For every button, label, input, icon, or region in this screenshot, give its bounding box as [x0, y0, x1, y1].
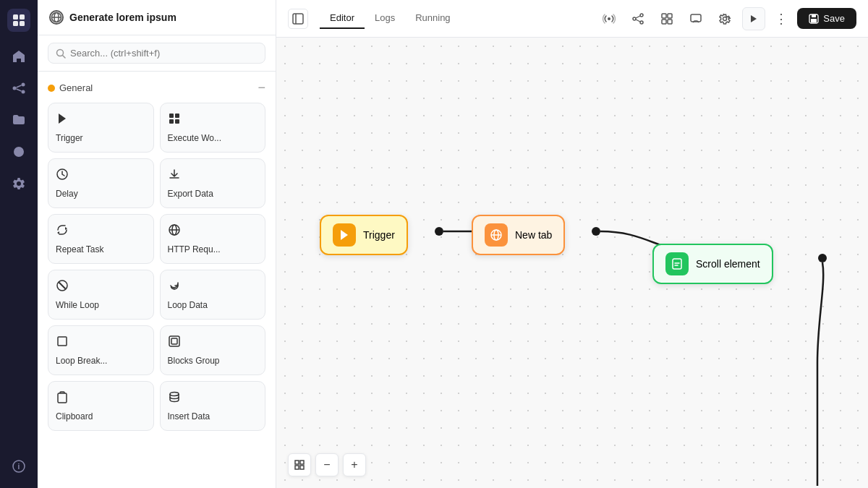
block-delay-label: Delay [56, 189, 78, 199]
nav-history-icon[interactable] [6, 139, 32, 165]
block-delay[interactable]: Delay [48, 158, 154, 208]
svg-point-50 [435, 227, 443, 236]
svg-rect-20 [175, 119, 179, 124]
svg-marker-53 [341, 230, 348, 240]
grid-icon-button[interactable] [655, 7, 678, 30]
svg-rect-40 [662, 14, 666, 18]
toolbar: Editor Logs Running ⋮ Save [276, 0, 868, 38]
clipboard-icon [56, 390, 69, 407]
svg-rect-2 [13, 21, 18, 26]
collapse-button[interactable]: − [258, 80, 265, 95]
app-logo[interactable] [7, 9, 30, 32]
svg-point-36 [640, 21, 643, 24]
section-dot [48, 85, 55, 92]
node-scroll[interactable]: Scroll element [652, 244, 773, 284]
canvas[interactable]: Trigger New tab Scroll element − + [276, 38, 868, 488]
block-execute-wo[interactable]: Execute Wo... [160, 103, 266, 153]
section-title: General [59, 82, 93, 93]
svg-point-37 [633, 17, 636, 20]
tab-running[interactable]: Running [405, 8, 460, 29]
search-bar [38, 35, 276, 72]
block-repeat-task[interactable]: Repeat Task [48, 214, 154, 264]
svg-line-15 [63, 55, 66, 58]
globe-icon [49, 10, 64, 25]
play-button[interactable] [742, 7, 765, 30]
block-trigger-label: Trigger [56, 133, 83, 143]
block-http-label: HTTP Requ... [168, 244, 221, 254]
nav-home-icon[interactable] [6, 43, 32, 69]
panel-toggle-button[interactable] [288, 9, 308, 29]
block-blocks-group-label: Blocks Group [168, 356, 220, 366]
block-export-data[interactable]: Export Data [160, 158, 266, 208]
while-icon [56, 279, 69, 296]
svg-rect-19 [169, 119, 174, 124]
block-clipboard-label: Clipboard [56, 411, 93, 421]
zoom-in-icon: + [351, 459, 357, 471]
message-icon-button[interactable] [684, 7, 707, 30]
scroll-node-icon [665, 252, 689, 275]
block-loop-data[interactable]: Loop Data [160, 270, 266, 320]
repeat-icon [56, 223, 69, 240]
block-blocks-group[interactable]: Blocks Group [160, 325, 266, 375]
block-http-requ[interactable]: HTTP Requ... [160, 214, 266, 264]
zoom-in-button[interactable]: + [343, 453, 366, 476]
nav-folder-icon[interactable] [6, 107, 32, 133]
section-header: General − [48, 80, 265, 95]
trigger-node-icon [333, 223, 356, 247]
svg-point-5 [22, 83, 25, 87]
save-icon [809, 14, 819, 24]
http-icon [168, 223, 181, 240]
node-trigger[interactable]: Trigger [320, 215, 408, 255]
antenna-icon-button[interactable] [597, 7, 621, 30]
svg-rect-42 [662, 20, 666, 24]
block-clipboard[interactable]: Clipboard [48, 381, 154, 431]
more-options-button[interactable]: ⋮ [771, 9, 791, 29]
search-icon [56, 48, 66, 59]
newtab-node-icon [485, 223, 508, 247]
svg-point-52 [818, 254, 827, 262]
svg-point-45 [723, 17, 727, 20]
loop-icon [168, 279, 181, 296]
share-icon-button[interactable] [626, 7, 650, 30]
svg-rect-60 [295, 466, 299, 469]
search-input[interactable] [70, 48, 258, 59]
svg-rect-3 [20, 21, 25, 26]
blocks-section: General − Trigger Execute Wo... [38, 72, 276, 488]
svg-point-6 [22, 90, 25, 94]
save-label: Save [823, 13, 845, 24]
tab-logs[interactable]: Logs [365, 8, 405, 29]
tab-editor[interactable]: Editor [320, 8, 365, 29]
svg-rect-49 [811, 19, 817, 22]
svg-rect-1 [20, 14, 25, 20]
info-icon[interactable]: i [6, 453, 32, 479]
svg-line-38 [636, 16, 640, 18]
block-export-label: Export Data [168, 189, 213, 199]
block-trigger[interactable]: Trigger [48, 103, 154, 153]
blocks-group-icon [168, 335, 181, 351]
svg-rect-61 [300, 466, 304, 469]
zoom-out-button[interactable]: − [315, 453, 339, 476]
svg-rect-30 [58, 393, 67, 403]
section-label: General [48, 82, 93, 93]
nav-workflow-icon[interactable] [6, 75, 32, 101]
svg-rect-48 [812, 14, 816, 17]
svg-point-4 [13, 87, 17, 90]
toolbar-settings-icon-button[interactable] [713, 7, 736, 30]
delay-icon [56, 168, 69, 184]
node-newtab[interactable]: New tab [472, 215, 565, 255]
block-loop-data-label: Loop Data [168, 300, 208, 310]
svg-line-8 [17, 89, 22, 91]
canvas-controls: − + [288, 453, 366, 476]
save-button[interactable]: Save [797, 8, 856, 29]
svg-point-34 [608, 17, 610, 20]
block-insert-data[interactable]: Insert Data [160, 381, 266, 431]
nav-settings-icon[interactable] [6, 171, 32, 197]
loop-break-icon [56, 335, 69, 351]
fit-screen-button[interactable] [288, 453, 311, 476]
svg-point-51 [592, 227, 600, 236]
block-loop-break[interactable]: Loop Break... [48, 325, 154, 375]
block-while-label: While Loop [56, 300, 99, 310]
block-while-loop[interactable]: While Loop [48, 270, 154, 320]
svg-line-39 [636, 20, 640, 22]
svg-marker-16 [59, 114, 66, 124]
